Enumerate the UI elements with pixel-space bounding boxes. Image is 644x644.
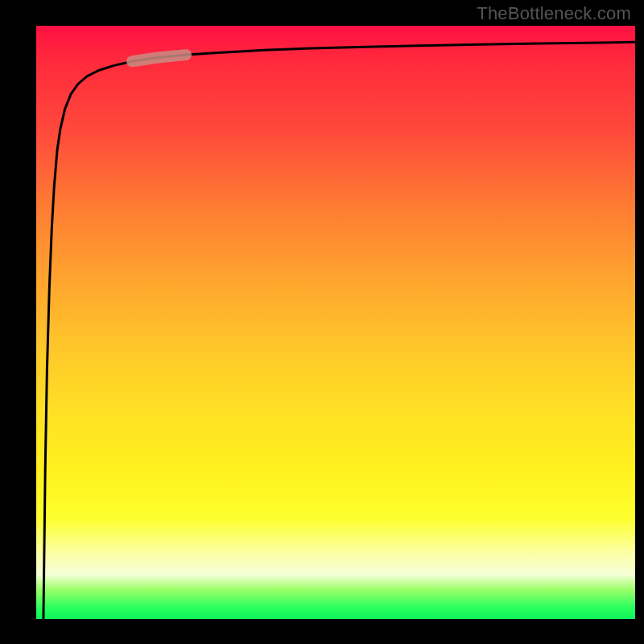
watermark-text: TheBottleneck.com	[477, 3, 631, 24]
chart-stage: TheBottleneck.com	[0, 0, 644, 644]
plot-gradient-area	[36, 26, 635, 619]
